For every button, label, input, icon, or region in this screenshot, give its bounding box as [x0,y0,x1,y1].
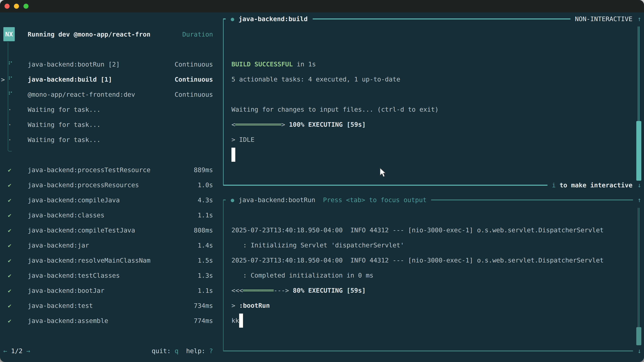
terminal-line: <<<════════---> 80% EXECUTING [59s] [232,283,634,298]
build-time: in 1s [293,60,316,68]
task-duration: 1.3s [198,272,213,279]
check-icon: ✔ [8,318,28,324]
task-duration: 1.5s [198,257,213,264]
focus-output-hint: Press <tab> to focus output [323,196,427,204]
bootrun-pane-header: ● java-backend:bootRun Press <tab> to fo… [223,192,641,207]
terminal-line [232,87,634,102]
task-bullet-icon: ● [231,15,234,22]
log-line: 2025-07-23T13:40:18.950-04:00 INFO 44312… [232,226,604,234]
terminal-line: > IDLE [232,132,634,147]
log-line: : Completed initialization in 0 ms [232,272,373,279]
task-row[interactable]: ✔ java-backend:classes 1.1s [0,208,223,223]
task-row[interactable]: ✔ java-backend:bootJar 1.1s [0,283,223,298]
task-duration: 808ms [194,227,213,234]
close-button[interactable] [4,4,10,9]
waiting-dot-icon: · [8,121,28,128]
task-row[interactable]: · Waiting for task... [0,102,223,117]
task-duration: 1.0s [198,181,213,189]
scroll-up-icon[interactable]: ↑ [638,15,641,23]
build-pane-left-border [223,19,224,185]
terminal-line: 2025-07-23T13:40:18.950-04:00 INFO 44312… [232,223,634,238]
task-row[interactable]: · Waiting for task... [0,132,223,147]
waiting-message: Waiting for changes to input files... (c… [232,106,438,113]
task-row[interactable]: ✔ java-backend:testClasses 1.3s [0,268,223,283]
task-row[interactable]: · Waiting for task... [0,117,223,132]
terminal-line: 2025-07-23T13:40:18.950-04:00 INFO 44312… [232,253,634,268]
task-duration: 889ms [194,166,213,174]
mouse-cursor [379,167,387,178]
task-name: java-backend:processResources [28,181,198,189]
idle-status: > IDLE [232,136,254,143]
progress-status: 80% EXECUTING [59s] [289,287,366,294]
bootrun-pane-scrollbar-thumb[interactable] [636,327,641,345]
task-duration: 4.3s [198,196,213,204]
task-name: @mono-app/react-frontend:dev [28,91,174,98]
task-name: java-backend:jar [28,242,198,249]
waiting-dot-icon: · [8,136,28,143]
task-row[interactable]: ✔ java-backend:test 734ms [0,298,223,313]
task-row[interactable]: ✔ java-backend:jar 1.4s [0,238,223,253]
task-row[interactable]: ⠋ java-backend:bootRun [2] Continuous [0,57,223,72]
page-number: 1/2 [11,347,23,355]
progress-fill: ════════════ [235,121,282,128]
terminal-window: NX Running dev @mono-app/react-fron Dura… [0,0,644,362]
zoom-button[interactable] [24,4,28,9]
task-row[interactable]: ✔ java-backend:processTestResource 889ms [0,162,223,177]
help-label: help: [178,347,209,355]
spinner-icon: ⠋ [8,60,28,68]
minimize-button[interactable] [14,4,19,9]
task-row[interactable]: ✔ java-backend:processResources 1.0s [0,177,223,193]
task-row[interactable]: ✔ java-backend:compileJava 4.3s [0,193,223,208]
task-row-blank [0,147,223,162]
log-line: : Initializing Servlet 'dispatcherServle… [232,242,404,249]
task-name: java-backend:classes [28,212,198,219]
build-result: BUILD SUCCESSFUL [232,60,293,68]
terminal-cursor [232,148,235,162]
task-name: java-backend:build [1] [28,76,174,83]
scroll-down-icon[interactable]: ↓ [638,182,641,189]
task-duration: 734ms [194,302,213,309]
waiting-dot-icon: · [8,106,28,113]
border-line [312,18,570,19]
task-name: java-backend:bootJar [28,287,198,294]
terminal-line [232,147,634,162]
progress-fill: ════════ [243,287,274,294]
task-row[interactable]: ✔ java-backend:compileTestJava 808ms [0,223,223,238]
task-name: java-backend:processTestResource [28,166,194,174]
scroll-up-icon[interactable]: ↑ [638,196,641,204]
page-indicator [7,347,11,355]
task-row[interactable]: ✔ java-backend:assemble 774ms [0,313,223,328]
check-icon: ✔ [8,167,28,173]
help-key: ? [209,347,213,355]
task-row[interactable]: ⠋ @mono-app/react-frontend:dev Continuou… [0,87,223,102]
build-pane-output: BUILD SUCCESSFUL in 1s 5 actionable task… [232,26,634,162]
terminal-line: 5 actionable tasks: 4 executed, 1 up-to-… [232,72,634,87]
task-row[interactable]: ✔ java-backend:resolveMainClassNam 1.5s [0,253,223,268]
bootrun-pane-scrollbar-track[interactable] [638,208,640,343]
bootrun-pane-footer: ↓ [223,344,641,359]
interactive-hint: to make interactive [560,182,632,189]
task-duration: 1.4s [198,242,213,249]
scroll-down-icon[interactable]: ↓ [638,347,641,355]
log-line: 2025-07-23T13:40:18.950-04:00 INFO 44312… [232,257,604,264]
build-pane-scrollbar-thumb[interactable] [636,121,641,181]
task-name: java-backend:assemble [28,317,194,325]
build-pane-footer: i to make interactive ↓ [223,178,641,193]
task-name: java-backend:test [28,302,194,309]
task-duration: 1.1s [198,287,213,294]
task-duration: 1.1s [198,212,213,219]
footer-shortcuts: quit: q help: ? [152,347,213,355]
border-line [431,199,633,200]
terminal-line [232,26,634,41]
progress-bracket: > [281,121,285,128]
check-icon: ✔ [8,302,28,309]
window-titlebar [0,0,644,12]
check-icon: ✔ [8,197,28,203]
task-name: java-backend:compileJava [28,196,198,204]
build-pane-title: java-backend:build [238,15,308,23]
page-prev-arrow-icon[interactable]: ← [3,347,7,355]
page-next-arrow-icon[interactable]: → [26,347,30,355]
task-row[interactable]: ⠋ java-backend:build [1] Continuous [0,72,223,87]
run-command-title: Running dev @mono-app/react-fron [28,31,150,38]
spinner-icon: ⠋ [8,76,28,83]
